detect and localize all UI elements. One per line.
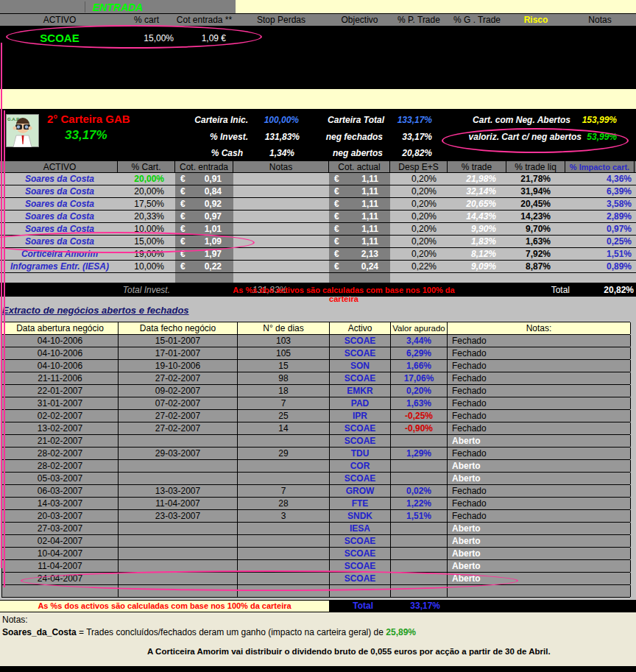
stat-neg-fechados-value[interactable]: 33,17% (402, 132, 432, 143)
cell-open-date[interactable]: 02-02-2007 (2, 410, 119, 422)
cell-close-date[interactable]: 27-02-2007 (119, 372, 238, 384)
positions-row[interactable]: Corticeira Amorim19,00%€1,97€2,130,20%8,… (0, 248, 636, 261)
cell-ticker[interactable]: COR (330, 460, 391, 472)
cell-cot-actual[interactable]: €1,11 (329, 236, 390, 247)
cell-valor-apurado[interactable]: -0,90% (391, 422, 448, 434)
cell-impacto[interactable]: 3,58% (565, 198, 635, 210)
cell-open-date[interactable] (2, 585, 119, 597)
extract-row[interactable]: 11-04-2007SCOAEAberto (1, 560, 630, 573)
entry-col-risco[interactable]: Risco (506, 15, 565, 26)
cell-status[interactable]: Fechado (448, 498, 631, 509)
cell-close-date[interactable]: 27-02-2007 (119, 410, 238, 422)
cell-status[interactable]: Aberto (448, 560, 631, 572)
extract-row[interactable]: 04-10-200619-10-200615SON1,66%Fechado (1, 360, 630, 372)
cell-open-date[interactable]: 28-02-2007 (2, 460, 119, 472)
cell-open-date[interactable]: 21-11-2006 (2, 372, 119, 384)
extract-row[interactable]: 02-02-200727-02-200725IPR-0,25%Fechado (1, 410, 630, 422)
positions-row[interactable]: Soares da Costa20,33%€0,97€1,110,20%14,4… (0, 211, 636, 223)
cell-status[interactable]: Aberto (448, 523, 631, 534)
cell-ticker[interactable]: SCOAE (330, 573, 391, 584)
cell-close-date[interactable] (119, 585, 238, 597)
cell-status[interactable]: Aberto (448, 460, 631, 472)
col-activo[interactable]: Activo (330, 322, 391, 334)
entrada-header-cell[interactable]: ENTRADA (0, 0, 236, 14)
stat-neg-abertos-label[interactable]: neg abertos (333, 148, 383, 159)
cell-cot-actual[interactable]: €0,24 (329, 261, 390, 272)
col-data-fecho[interactable]: Data fecho negócio (119, 322, 238, 334)
cell-status[interactable]: Fechado (448, 372, 631, 384)
cell-ticker[interactable]: SON (330, 360, 391, 372)
cell-ticker[interactable]: SCOAE (330, 473, 391, 484)
stat-valoriz-value[interactable]: 53,99% (587, 132, 617, 143)
positions-row[interactable]: Soares da Costa15,00%€1,09€1,110,20%1,83… (0, 236, 636, 248)
stat-carteira-total-label[interactable]: Carteira Total (328, 115, 384, 126)
cell-valor-apurado[interactable]: 1,63% (391, 397, 448, 409)
extract-total-value[interactable]: 33,17% (410, 601, 440, 612)
cell-open-date[interactable]: 20-03-2007 (2, 510, 119, 522)
cell-close-date[interactable] (119, 435, 238, 447)
extract-row[interactable]: 20-03-200723-03-20073SNDK1,51%Fechado (1, 510, 630, 523)
cell-valor-apurado[interactable]: 3,44% (391, 335, 448, 347)
stat-invest-value[interactable]: 131,83% (265, 132, 300, 143)
cell-cot-actual[interactable]: €1,11 (329, 223, 390, 235)
cell-days[interactable] (238, 460, 330, 472)
cell-activo-name[interactable]: Soares da Costa (1, 211, 118, 222)
cell-pct-cart[interactable]: 10,00% (118, 223, 175, 235)
cell-pct-cart[interactable]: 20,33% (118, 211, 175, 222)
cell-valor-apurado[interactable] (391, 460, 448, 472)
cell-cot-actual[interactable]: €2,13 (329, 248, 390, 260)
cell-valor-apurado[interactable] (391, 585, 448, 597)
cell-days[interactable]: 105 (238, 347, 330, 359)
col-notas[interactable]: Notas (233, 161, 329, 173)
entry-col-stop-perdas[interactable]: Stop Perdas (233, 15, 329, 26)
cell-trade[interactable]: 9,09% (448, 261, 506, 272)
cell-status[interactable] (448, 585, 631, 597)
cell-trade-liq[interactable]: 9,70% (506, 223, 565, 235)
extract-total-label[interactable]: Total (353, 601, 373, 612)
stat-cash-label[interactable]: % Cash (211, 148, 243, 159)
col-desp[interactable]: Desp E+S (390, 161, 448, 173)
extract-row[interactable]: 05-03-2007SCOAEAberto (1, 473, 630, 485)
cell-status[interactable]: Aberto (448, 435, 631, 447)
cell-notas[interactable] (233, 173, 329, 185)
cell-ticker[interactable]: GROW (330, 485, 391, 497)
cell-open-date[interactable]: 22-01-2007 (2, 385, 119, 397)
stat-neg-fechados-label[interactable]: neg fechados (326, 132, 383, 143)
col-notas[interactable]: Notas: (448, 322, 631, 334)
cell-days[interactable]: 7 (238, 397, 330, 409)
cell-pct-cart[interactable]: 17,50% (118, 198, 175, 210)
cell-notas[interactable] (233, 223, 329, 235)
cell-days[interactable] (238, 523, 330, 534)
extract-row[interactable]: 22-01-200709-02-200718EMKR0,20%Fechado (1, 385, 630, 397)
cell-cot-entrada[interactable]: €0,84 (175, 185, 233, 197)
cell-ticker[interactable]: IPR (330, 410, 391, 422)
cell-trade-liq[interactable]: 8,87% (506, 261, 565, 272)
cell-days[interactable]: 15 (238, 360, 330, 372)
cell-status[interactable]: Fechado (448, 448, 631, 459)
col-pct-cart[interactable]: % Cart. (118, 161, 175, 173)
cell-ticker[interactable]: SCOAE (330, 435, 391, 447)
cell-impacto[interactable]: 1,51% (565, 248, 635, 260)
cell-activo-name[interactable]: Soares da Costa (1, 223, 118, 235)
extract-row[interactable]: 04-10-200617-01-2007105SCOAE6,29%Fechado (1, 347, 630, 360)
cell-cot-entrada[interactable]: €1,09 (175, 236, 233, 247)
cell-close-date[interactable] (119, 548, 238, 559)
cell-open-date[interactable]: 14-03-2007 (2, 498, 119, 509)
col-cot-actual[interactable]: Cot. actual (329, 161, 390, 173)
cell-open-date[interactable]: 06-03-2007 (2, 485, 119, 497)
cell-notas[interactable] (233, 211, 329, 222)
cell-valor-apurado[interactable]: -0,25% (391, 410, 448, 422)
cell-days[interactable]: 3 (238, 510, 330, 522)
stat-carteira-inic-value[interactable]: 100,00% (264, 115, 299, 126)
cell-cot-actual[interactable]: €1,11 (329, 173, 390, 185)
cell-days[interactable]: 98 (238, 372, 330, 384)
cell-trade-liq[interactable]: 1,63% (506, 236, 565, 247)
positions-row[interactable]: Soares da Costa20,00%€0,91€1,110,20%21,9… (0, 173, 636, 185)
cell-days[interactable] (238, 573, 330, 584)
cell-open-date[interactable]: 04-10-2006 (2, 347, 119, 359)
cell-status[interactable]: Aberto (448, 473, 631, 484)
col-impacto[interactable]: % Impacto cart. (565, 161, 635, 173)
entry-col-g-trade[interactable]: % G . Trade (448, 15, 506, 26)
col-data-abertura[interactable]: Data abertura negócio (2, 322, 119, 334)
cell-notas[interactable] (233, 236, 329, 247)
